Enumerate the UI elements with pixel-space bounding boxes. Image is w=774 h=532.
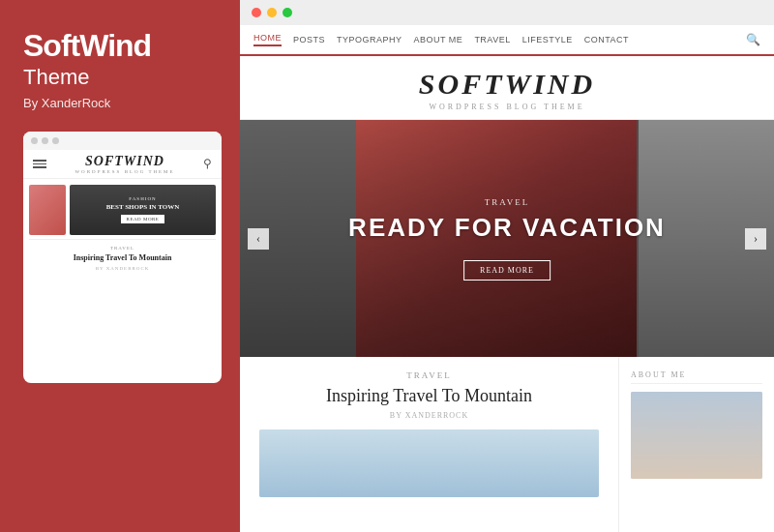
- nav-item-typography[interactable]: TYPOGRAPHY: [337, 35, 402, 44]
- article-image: [259, 429, 599, 497]
- nav-item-lifestyle[interactable]: LIFESTYLE: [522, 35, 573, 44]
- article-title[interactable]: Inspiring Travel To Mountain: [259, 386, 599, 406]
- search-icon[interactable]: 🔍: [746, 33, 761, 46]
- mini-card1-title: BEST SHOPS IN TOWN: [106, 203, 180, 211]
- hero-slider: TRAVEL READY FOR VACATION READ MORE ‹ ›: [240, 120, 774, 357]
- mini-card2-title: Inspiring Travel To Mountain: [33, 253, 212, 263]
- browser-dot-yellow[interactable]: [267, 8, 277, 17]
- by-line: By XanderRock: [23, 96, 217, 110]
- hamburger-icon[interactable]: [33, 160, 46, 168]
- mini-card2: TRAVEL Inspiring Travel To Mountain BY X…: [29, 239, 216, 274]
- mini-card2-badge: TRAVEL: [33, 246, 212, 251]
- mini-card2-byline: BY XANDERROCK: [33, 266, 212, 271]
- site-logo-sub: WORDPRESS BLOG THEME: [240, 103, 774, 111]
- mini-card1-main: FASHION BEST SHOPS IN TOWN READ MORE: [70, 185, 216, 235]
- mini-top-bar: SOFTWIND WORDPRESS BLOG THEME ⚲: [23, 150, 222, 179]
- site-header: SOFTWIND WORDPRESS BLOG THEME: [240, 56, 774, 120]
- mini-dot-red: [31, 137, 38, 144]
- mini-search-icon[interactable]: ⚲: [203, 157, 212, 171]
- sidebar-photo: [631, 392, 762, 479]
- mini-logo-sub: WORDPRESS BLOG THEME: [46, 169, 203, 174]
- nav-item-home[interactable]: HOME: [253, 33, 282, 46]
- mini-logo-area: SOFTWIND WORDPRESS BLOG THEME: [46, 154, 203, 174]
- site-logo: SOFTWIND: [240, 68, 774, 101]
- hero-badge: TRAVEL: [341, 197, 673, 207]
- hero-read-more-button[interactable]: READ MORE: [463, 260, 551, 281]
- mini-dot-green: [52, 137, 59, 144]
- sidebar-label: ABOUT ME: [631, 370, 762, 384]
- hero-next-button[interactable]: ›: [745, 228, 766, 250]
- bottom-content: TRAVEL Inspiring Travel To Mountain BY X…: [240, 357, 774, 532]
- article-section: TRAVEL Inspiring Travel To Mountain BY X…: [240, 357, 619, 532]
- browser-dot-green[interactable]: [283, 8, 292, 17]
- browser-chrome: [240, 0, 774, 25]
- mini-window-dots: [23, 132, 222, 150]
- mini-logo-text: SOFTWIND: [46, 154, 203, 169]
- mini-mockup: SOFTWIND WORDPRESS BLOG THEME ⚲ FASHION …: [23, 132, 222, 383]
- browser-content: HOME POSTS TYPOGRAPHY ABOUT ME TRAVEL LI…: [240, 25, 774, 532]
- hero-decorative-lines: READY FOR VACATION: [341, 213, 673, 243]
- mini-card1-button[interactable]: READ MORE: [121, 215, 165, 223]
- browser-dot-red[interactable]: [252, 8, 261, 17]
- theme-label: Theme: [23, 65, 217, 90]
- hero-content: TRAVEL READY FOR VACATION READ MORE: [341, 197, 673, 281]
- left-panel: SoftWind Theme By XanderRock SOFTWIND WO…: [0, 0, 240, 532]
- article-badge: TRAVEL: [259, 370, 599, 380]
- nav-item-travel[interactable]: TRAVEL: [474, 35, 510, 44]
- site-nav: HOME POSTS TYPOGRAPHY ABOUT ME TRAVEL LI…: [240, 25, 774, 56]
- right-panel: HOME POSTS TYPOGRAPHY ABOUT ME TRAVEL LI…: [240, 0, 774, 532]
- nav-item-posts[interactable]: POSTS: [293, 35, 325, 44]
- article-byline: BY XANDERROCK: [259, 411, 599, 420]
- mini-card1-side-image: [29, 185, 66, 235]
- mini-card1: FASHION BEST SHOPS IN TOWN READ MORE: [29, 185, 216, 235]
- nav-item-about[interactable]: ABOUT ME: [414, 35, 463, 44]
- brand-title: SoftWind: [23, 29, 217, 63]
- mini-dot-yellow: [42, 137, 48, 144]
- nav-item-contact[interactable]: CONTACT: [584, 35, 629, 44]
- hero-prev-button[interactable]: ‹: [248, 228, 269, 250]
- hero-title: READY FOR VACATION: [348, 213, 666, 243]
- sidebar-section: ABOUT ME: [619, 357, 774, 532]
- mini-card1-badge: FASHION: [129, 196, 156, 201]
